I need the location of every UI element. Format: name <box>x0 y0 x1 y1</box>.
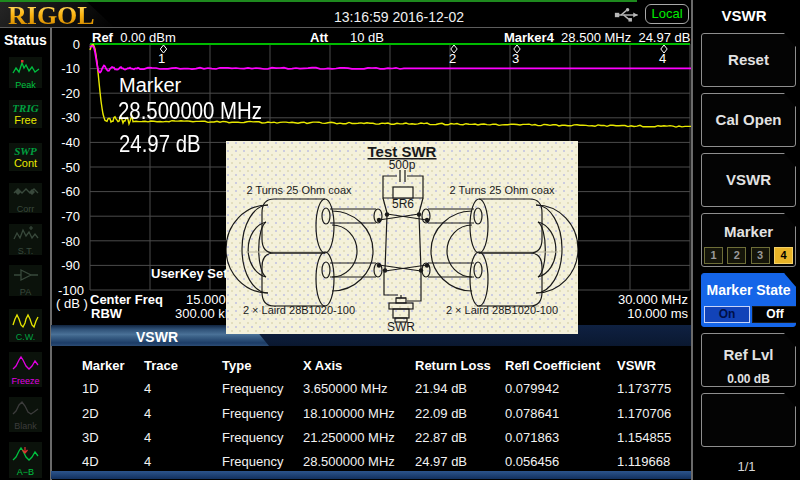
svg-text:5R6: 5R6 <box>392 197 414 211</box>
svg-text:2 × Laird 28B1020-100: 2 × Laird 28B1020-100 <box>446 304 558 316</box>
svg-text:500p: 500p <box>389 158 416 172</box>
svg-text:2 Turns 25 Ohm coax: 2 Turns 25 Ohm coax <box>449 184 555 196</box>
svg-text:SWR: SWR <box>387 320 415 334</box>
svg-text:2 Turns 25 Ohm coax: 2 Turns 25 Ohm coax <box>246 184 352 196</box>
svg-text:2 × Laird 28B1020-100: 2 × Laird 28B1020-100 <box>243 304 355 316</box>
